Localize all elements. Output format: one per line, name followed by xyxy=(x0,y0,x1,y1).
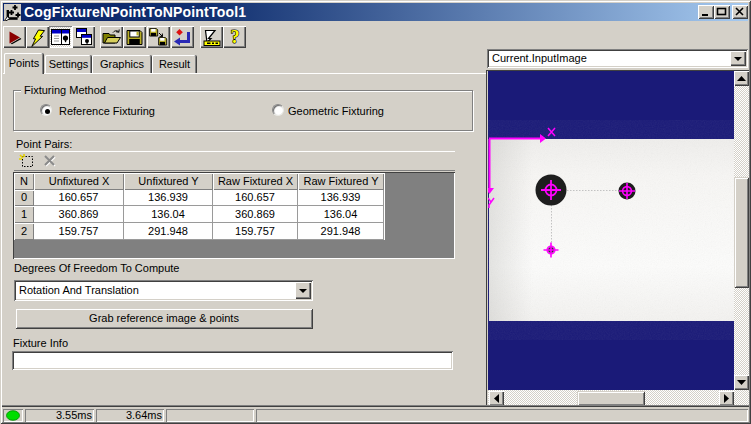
svg-text:?: ? xyxy=(230,27,239,47)
